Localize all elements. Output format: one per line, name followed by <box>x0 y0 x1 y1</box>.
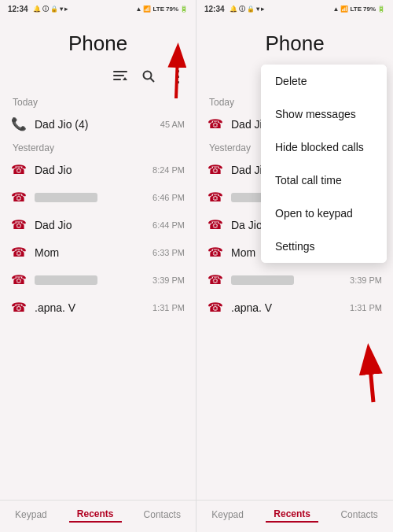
call-item[interactable]: ☎ Dad Jio 6:44 PM <box>0 211 196 238</box>
svg-rect-0 <box>113 71 127 72</box>
missed-call-icon: ☎ <box>208 116 223 131</box>
call-item[interactable]: ☎ Dad Jio 8:24 PM <box>0 156 196 183</box>
missed-call-icon: ☎ <box>11 300 27 315</box>
bottom-nav-left: Keypad Recents Contacts <box>0 500 196 532</box>
svg-point-4 <box>144 72 152 79</box>
section-yesterday-left: Yesterday <box>0 138 196 156</box>
call-item[interactable]: ☎ 3:39 PM <box>196 266 393 294</box>
missed-call-icon: ☎ <box>208 217 223 232</box>
call-item[interactable]: ☎ 3:39 PM <box>0 266 196 294</box>
missed-call-icon: ☎ <box>208 272 223 287</box>
missed-call-icon: ☎ <box>208 190 223 205</box>
missed-call-icon: 📞 <box>11 116 27 131</box>
nav-keypad-right[interactable]: Keypad <box>204 508 252 522</box>
menu-item-show-messages[interactable]: Show messages <box>261 98 387 131</box>
nav-contacts[interactable]: Contacts <box>136 508 189 522</box>
missed-call-icon: ☎ <box>11 245 27 260</box>
section-today-left: Today <box>0 92 196 110</box>
call-item[interactable]: ☎ 6:46 PM <box>0 183 196 211</box>
call-list-left: Today 📞 Dad Jio (4) 45 AM Yesterday ☎ Da… <box>0 92 196 532</box>
search-icon[interactable] <box>139 67 158 86</box>
nav-contacts-right[interactable]: Contacts <box>332 508 385 522</box>
more-icon[interactable]: ⋮ <box>167 67 186 86</box>
missed-call-icon: ☎ <box>11 272 27 287</box>
blurred-contact <box>35 193 97 202</box>
status-time-left: 12:34 🔔 ⓘ 🔒 ▾ ▸ <box>8 5 68 13</box>
sort-icon[interactable] <box>111 67 130 86</box>
nav-keypad[interactable]: Keypad <box>7 508 55 522</box>
nav-recents-right[interactable]: Recents <box>266 507 318 523</box>
call-item[interactable]: ☎ Mom 6:33 PM <box>0 238 196 266</box>
status-bar-right: 12:34 🔔 ⓘ 🔒 ▾ ▸ ▲ 📶 LTE 79% 🔋 <box>196 0 393 17</box>
menu-item-open-keypad[interactable]: Open to keypad <box>261 197 387 230</box>
app-title-right: Phone <box>196 17 393 64</box>
missed-call-icon: ☎ <box>208 300 223 315</box>
left-screen: 12:34 🔔 ⓘ 🔒 ▾ ▸ ▲ 📶 LTE 79% 🔋 Phone <box>0 0 196 532</box>
menu-item-total-call-time[interactable]: Total call time <box>261 164 387 197</box>
dropdown-menu: Delete Show messages Hide blocked calls … <box>261 65 387 263</box>
status-bar-left: 12:34 🔔 ⓘ 🔒 ▾ ▸ ▲ 📶 LTE 79% 🔋 <box>0 0 196 17</box>
right-screen: 12:34 🔔 ⓘ 🔒 ▾ ▸ ▲ 📶 LTE 79% 🔋 Phone Toda… <box>196 0 393 532</box>
call-item[interactable]: 📞 Dad Jio (4) 45 AM <box>0 110 196 138</box>
missed-call-icon: ☎ <box>11 217 27 232</box>
menu-item-settings[interactable]: Settings <box>261 230 387 263</box>
toolbar-left: ⋮ <box>0 64 196 92</box>
missed-call-icon: ☎ <box>208 162 223 177</box>
svg-rect-1 <box>113 75 124 76</box>
bottom-nav-right: Keypad Recents Contacts <box>196 500 393 532</box>
nav-recents[interactable]: Recents <box>69 507 122 523</box>
svg-line-5 <box>151 79 155 83</box>
menu-item-delete[interactable]: Delete <box>261 65 387 98</box>
blurred-contact <box>231 275 294 285</box>
missed-call-icon: ☎ <box>11 162 27 177</box>
missed-call-icon: ☎ <box>208 245 223 260</box>
svg-marker-3 <box>123 77 127 80</box>
blurred-contact <box>35 275 97 285</box>
svg-rect-2 <box>113 79 121 80</box>
app-title-left: Phone <box>0 17 196 64</box>
call-item[interactable]: ☎ .apna. V 1:31 PM <box>0 294 196 321</box>
menu-item-hide-blocked[interactable]: Hide blocked calls <box>261 131 387 164</box>
call-item[interactable]: ☎ .apna. V 1:31 PM <box>196 294 393 321</box>
missed-call-icon: ☎ <box>11 190 27 205</box>
